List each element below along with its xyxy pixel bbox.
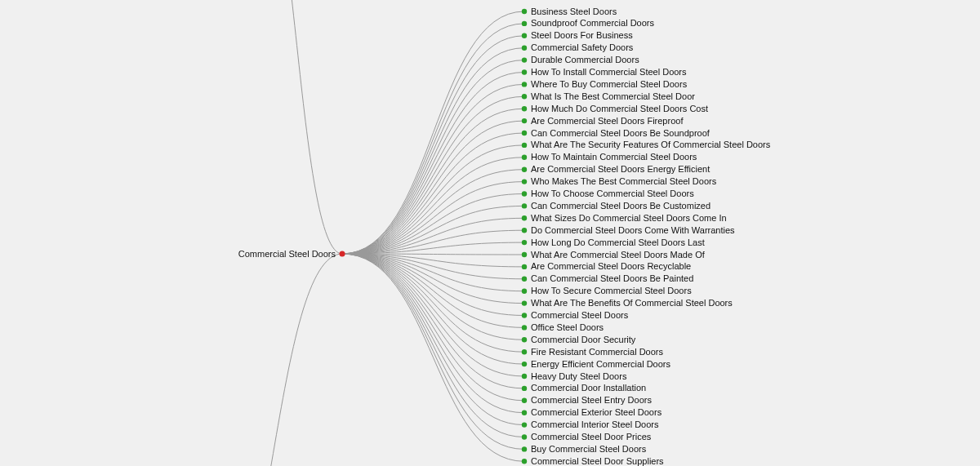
- mindmap-edge: [342, 254, 524, 413]
- child-dot-icon: [522, 46, 527, 51]
- mindmap-child-node[interactable]: Commercial Steel Door Prices: [522, 432, 652, 442]
- child-label: What Are The Security Features Of Commer…: [531, 140, 771, 149]
- mindmap-edge: [342, 254, 524, 425]
- child-dot-icon: [522, 143, 527, 148]
- mindmap-child-node[interactable]: Can Commercial Steel Doors Be Soundproof: [522, 128, 710, 138]
- mindmap-child-node[interactable]: Where To Buy Commercial Steel Doors: [522, 79, 688, 89]
- child-dot-icon: [522, 203, 527, 208]
- mindmap-child-node[interactable]: Fire Resistant Commercial Doors: [522, 347, 664, 357]
- child-label: Who Makes The Best Commercial Steel Door…: [531, 176, 717, 186]
- mindmap-edge: [342, 36, 524, 254]
- mindmap-child-node[interactable]: How Much Do Commercial Steel Doors Cost: [522, 104, 708, 113]
- child-label: Do Commercial Steel Doors Come With Warr…: [531, 225, 735, 235]
- mindmap-edge: [342, 158, 524, 254]
- mindmap-child-node[interactable]: Commercial Door Installation: [522, 383, 646, 393]
- mindmap-edge: [342, 60, 524, 254]
- mindmap-child-node[interactable]: Are Commercial Steel Doors Recyclable: [522, 261, 691, 271]
- mindmap-child-node[interactable]: Business Steel Doors: [522, 7, 617, 16]
- mindmap-edge: [342, 254, 524, 401]
- child-label: How To Maintain Commercial Steel Doors: [531, 152, 697, 162]
- mindmap-canvas[interactable]: Business Steel DoorsSoundproof Commercia…: [0, 0, 980, 466]
- child-label: Commercial Interior Steel Doors: [531, 419, 659, 429]
- child-dot-icon: [522, 94, 527, 99]
- sibling-edge-up: [252, 0, 342, 254]
- mindmap-child-node[interactable]: Do Commercial Steel Doors Come With Warr…: [522, 225, 735, 235]
- child-label: How To Choose Commercial Steel Doors: [531, 189, 694, 198]
- child-dot-icon: [522, 69, 527, 74]
- mindmap-child-node[interactable]: What Are The Benefits Of Commercial Stee…: [522, 298, 733, 308]
- mindmap-child-node[interactable]: How To Maintain Commercial Steel Doors: [522, 152, 697, 162]
- mindmap-child-node[interactable]: What Is The Best Commercial Steel Door: [522, 91, 695, 101]
- mindmap-child-node[interactable]: Are Commercial Steel Doors Energy Effici…: [522, 164, 710, 174]
- child-dot-icon: [522, 33, 527, 38]
- mindmap-child-node[interactable]: How Long Do Commercial Steel Doors Last: [522, 237, 705, 247]
- child-label: Commercial Steel Door Suppliers: [531, 456, 664, 466]
- mindmap-child-node[interactable]: How To Secure Commercial Steel Doors: [522, 286, 692, 295]
- mindmap-child-node[interactable]: Energy Efficient Commercial Doors: [522, 359, 671, 369]
- mindmap-edge: [342, 170, 524, 254]
- child-dot-icon: [522, 325, 527, 330]
- child-dot-icon: [522, 459, 527, 464]
- root-label: Commercial Steel Doors: [238, 249, 336, 259]
- mindmap-child-node[interactable]: Are Commercial Steel Doors Fireproof: [522, 116, 684, 126]
- child-label: Commercial Steel Entry Doors: [531, 395, 652, 405]
- mindmap-child-node[interactable]: Commercial Interior Steel Doors: [522, 419, 659, 429]
- sibling-edge-down: [204, 254, 342, 466]
- mindmap-child-node[interactable]: How To Choose Commercial Steel Doors: [522, 189, 694, 198]
- child-dot-icon: [522, 167, 527, 172]
- mindmap-child-node[interactable]: What Sizes Do Commercial Steel Doors Com…: [522, 213, 727, 223]
- mindmap-child-node[interactable]: What Are The Security Features Of Commer…: [522, 140, 771, 149]
- mindmap-edge: [342, 73, 524, 255]
- mindmap-child-node[interactable]: How To Install Commercial Steel Doors: [522, 67, 687, 77]
- child-label: Commercial Door Security: [531, 335, 636, 344]
- mindmap-child-node[interactable]: Commercial Safety Doors: [522, 42, 634, 52]
- child-dot-icon: [522, 313, 527, 317]
- child-dot-icon: [522, 264, 527, 269]
- child-label: How To Install Commercial Steel Doors: [531, 67, 687, 77]
- child-dot-icon: [522, 191, 527, 196]
- mindmap-edge: [342, 254, 524, 449]
- child-label: Can Commercial Steel Doors Be Painted: [531, 273, 693, 283]
- child-label: Are Commercial Steel Doors Fireproof: [531, 116, 684, 126]
- mindmap-edge: [342, 84, 524, 254]
- mindmap-child-node[interactable]: Commercial Steel Entry Doors: [522, 395, 653, 405]
- mindmap-child-node[interactable]: Who Makes The Best Commercial Steel Door…: [522, 176, 717, 186]
- mindmap-child-node[interactable]: What Are Commercial Steel Doors Made Of: [522, 250, 706, 260]
- mindmap-edge: [342, 254, 524, 437]
- child-dot-icon: [522, 155, 527, 160]
- child-dot-icon: [522, 422, 527, 427]
- child-label: Soundproof Commercial Doors: [531, 18, 655, 28]
- child-dot-icon: [522, 82, 527, 87]
- mindmap-child-node[interactable]: Can Commercial Steel Doors Be Customized: [522, 201, 710, 211]
- mindmap-child-node[interactable]: Durable Commercial Doors: [522, 55, 639, 64]
- child-label: Commercial Steel Doors: [531, 310, 629, 320]
- child-dot-icon: [522, 106, 527, 111]
- mindmap-child-node[interactable]: Soundproof Commercial Doors: [522, 18, 655, 28]
- mindmap-child-node[interactable]: Office Steel Doors: [522, 322, 604, 332]
- child-dot-icon: [522, 398, 527, 403]
- child-dot-icon: [522, 21, 527, 26]
- mindmap-child-node[interactable]: Steel Doors For Business: [522, 30, 633, 40]
- mindmap-edge: [342, 254, 524, 316]
- mindmap-child-node[interactable]: Heavy Duty Steel Doors: [522, 371, 627, 381]
- child-label: What Are The Benefits Of Commercial Stee…: [531, 298, 733, 308]
- child-label: Fire Resistant Commercial Doors: [531, 347, 663, 357]
- mindmap-child-node[interactable]: Can Commercial Steel Doors Be Painted: [522, 273, 694, 283]
- child-label: How To Secure Commercial Steel Doors: [531, 286, 692, 295]
- mindmap-child-node[interactable]: Buy Commercial Steel Doors: [522, 444, 647, 454]
- child-dot-icon: [522, 131, 527, 135]
- mindmap-root-node[interactable]: Commercial Steel Doors: [238, 249, 345, 259]
- child-label: Heavy Duty Steel Doors: [531, 371, 627, 381]
- child-label: Energy Efficient Commercial Doors: [531, 359, 670, 369]
- child-label: Buy Commercial Steel Doors: [531, 444, 647, 454]
- child-dot-icon: [522, 349, 527, 354]
- child-label: Where To Buy Commercial Steel Doors: [531, 79, 688, 89]
- child-dot-icon: [522, 289, 527, 294]
- child-label: Commercial Exterior Steel Doors: [531, 407, 662, 417]
- child-dot-icon: [522, 434, 527, 439]
- mindmap-child-node[interactable]: Commercial Steel Door Suppliers: [522, 456, 664, 466]
- mindmap-child-node[interactable]: Commercial Exterior Steel Doors: [522, 407, 662, 417]
- mindmap-child-node[interactable]: Commercial Door Security: [522, 335, 636, 344]
- child-label: Steel Doors For Business: [531, 30, 633, 40]
- mindmap-child-node[interactable]: Commercial Steel Doors: [522, 310, 629, 320]
